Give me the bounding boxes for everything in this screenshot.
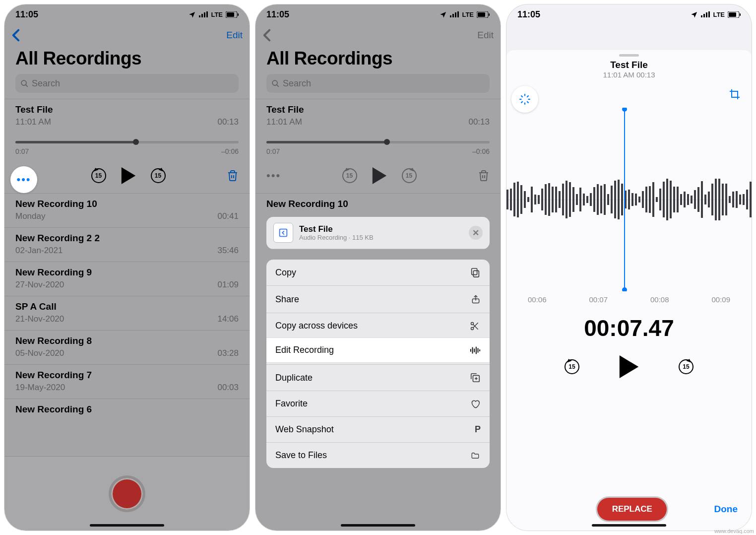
back-icon[interactable] [11, 29, 20, 42]
watermark: www.devaq.com [714, 528, 754, 534]
svg-line-8 [26, 84, 28, 86]
svg-rect-48 [729, 12, 736, 17]
current-recording[interactable]: Test File 11:01 AM00:13 [255, 99, 501, 128]
location-icon [691, 11, 698, 18]
play-icon[interactable] [619, 355, 639, 378]
svg-rect-3 [206, 11, 208, 17]
grabber[interactable] [619, 54, 639, 57]
svg-marker-9 [121, 167, 135, 184]
svg-rect-43 [701, 15, 702, 17]
svg-rect-16 [489, 13, 490, 16]
list-item[interactable]: New Recording 927-Nov-202001:09 [4, 262, 250, 296]
player-controls: 0:07–0:06 ••• 15 15 [255, 141, 501, 194]
replace-button[interactable]: REPLACE [597, 498, 667, 521]
file-thumbnail-icon [273, 223, 293, 243]
edit-subtitle: 11:01 AM 00:13 [506, 70, 752, 79]
done-button[interactable]: Done [714, 504, 738, 515]
back-icon[interactable] [262, 29, 271, 42]
close-icon[interactable]: ✕ [469, 226, 483, 240]
menu-save-to-files[interactable]: Save to Files [266, 443, 490, 468]
edit-title: Test File [506, 60, 752, 70]
phone-3-edit-recording: 11:05 LTE Test File 11:01 AM 00:13 [506, 4, 752, 531]
share-sheet-header: Test File Audio Recording · 115 KB ✕ [266, 217, 490, 249]
list-item[interactable]: New Recording 805-Nov-202003:28 [4, 331, 250, 365]
record-bar [4, 456, 250, 531]
svg-rect-22 [472, 268, 477, 275]
crop-icon[interactable] [729, 88, 741, 100]
action-sheet-menu: Copy Share Copy across devices Edit Reco… [266, 260, 490, 468]
battery-icon [728, 11, 741, 18]
playhead[interactable] [624, 108, 625, 291]
skip-fwd-15-icon[interactable]: 15 [151, 168, 166, 183]
waveform-icon [470, 346, 481, 355]
svg-point-7 [21, 80, 26, 85]
skip-fwd-15-icon[interactable]: 15 [402, 168, 417, 183]
more-button[interactable]: ••• [266, 169, 281, 182]
remaining: –0:06 [221, 147, 239, 155]
list-item[interactable]: New Recording 2 202-Jan-202135:46 [4, 228, 250, 262]
list-item[interactable]: New Recording 719-May-202000:03 [4, 365, 250, 399]
menu-web-snapshot[interactable]: Web Snapshot P [266, 417, 490, 443]
svg-line-64 [527, 101, 528, 103]
play-icon[interactable] [372, 167, 387, 184]
svg-rect-20 [280, 229, 287, 237]
current-duration: 00:13 [217, 117, 239, 127]
menu-copy-across[interactable]: Copy across devices [266, 313, 490, 339]
svg-marker-58 [620, 355, 638, 378]
location-icon [189, 11, 196, 18]
highlight-edit-recording[interactable]: Edit Recording [266, 338, 490, 362]
skip-fwd-15-icon[interactable]: 15 [679, 359, 693, 374]
skip-back-15-icon[interactable]: 15 [565, 359, 579, 374]
page-title: All Recordings [255, 46, 501, 74]
home-indicator [592, 524, 666, 527]
duplicate-icon [470, 372, 481, 383]
trash-icon[interactable] [227, 169, 239, 183]
copy-icon [470, 267, 481, 278]
svg-rect-12 [455, 12, 456, 17]
status-time: 11:05 [15, 9, 38, 20]
list-item[interactable]: New Recording 10 [255, 194, 501, 215]
player-controls: 0:07–0:06 ••• 15 15 [4, 141, 250, 194]
nav-bar: Edit [4, 24, 250, 46]
scissors-icon [469, 321, 481, 331]
sheet-file-title: Test File [299, 224, 374, 234]
status-network: LTE [211, 11, 223, 18]
svg-marker-19 [372, 167, 386, 184]
play-icon[interactable] [121, 167, 136, 184]
callout-more-button: ••• [10, 166, 37, 193]
svg-rect-15 [478, 12, 485, 17]
record-button[interactable] [111, 478, 143, 510]
svg-line-63 [521, 95, 522, 97]
edit-button[interactable]: Edit [226, 30, 243, 41]
trash-icon[interactable] [478, 169, 490, 183]
menu-favorite[interactable]: Favorite [266, 391, 490, 417]
menu-share[interactable]: Share [266, 286, 490, 313]
svg-rect-10 [450, 15, 451, 17]
search-input[interactable]: Search [15, 74, 239, 93]
current-recording[interactable]: Test File 11:01 AM00:13 [4, 99, 250, 128]
status-network: LTE [713, 11, 725, 18]
menu-duplicate[interactable]: Duplicate [266, 365, 490, 391]
list-item[interactable]: New Recording 6 [4, 399, 250, 421]
current-name: Test File [15, 104, 53, 115]
search-input[interactable]: Search [266, 74, 490, 93]
menu-copy[interactable]: Copy [266, 260, 490, 286]
callout-enhance-button [511, 86, 538, 113]
skip-back-15-icon[interactable]: 15 [91, 168, 106, 183]
time-ticks: 00:06 00:07 00:08 00:09 [506, 291, 752, 304]
waveform[interactable] [506, 108, 752, 291]
status-network: LTE [462, 11, 474, 18]
skip-back-15-icon[interactable]: 15 [342, 168, 357, 183]
edit-button[interactable]: Edit [477, 30, 494, 41]
progress-bar[interactable] [15, 141, 239, 143]
nav-bar: Edit [255, 24, 501, 46]
page-title: All Recordings [4, 46, 250, 74]
share-icon [471, 293, 481, 305]
svg-point-25 [471, 327, 474, 330]
sheet-file-subtitle: Audio Recording · 115 KB [299, 234, 374, 241]
list-item[interactable]: SP A Call21-Nov-202014:06 [4, 296, 250, 331]
svg-rect-44 [703, 14, 705, 17]
location-icon [440, 11, 447, 18]
svg-line-65 [521, 101, 522, 103]
list-item[interactable]: New Recording 10Monday00:41 [4, 194, 250, 228]
